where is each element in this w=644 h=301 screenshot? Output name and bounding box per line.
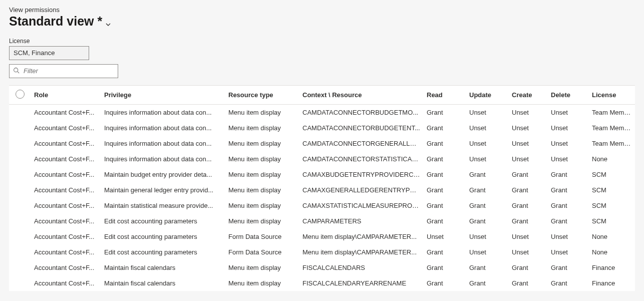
row-select-cell[interactable] — [9, 244, 31, 260]
table-row[interactable]: Accountant Cost+F...Inquires information… — [9, 136, 635, 151]
cell-create: Unset — [509, 244, 548, 260]
row-select-cell[interactable] — [9, 136, 31, 151]
table-row[interactable]: Accountant Cost+F...Maintain fiscal cale… — [9, 275, 635, 291]
row-select-cell[interactable] — [9, 275, 31, 291]
row-select-cell[interactable] — [9, 104, 31, 120]
cell-role: Accountant Cost+F... — [31, 213, 101, 229]
cell-update: Grant — [466, 198, 509, 213]
cell-context-resource: CAMDATACONNECTORBUDGETENT... — [299, 120, 424, 136]
cell-update: Grant — [466, 275, 509, 291]
cell-role: Accountant Cost+F... — [31, 167, 101, 182]
cell-resource-type: Menu item display — [225, 213, 299, 229]
cell-read: Grant — [424, 244, 466, 260]
col-header-update[interactable]: Update — [466, 86, 509, 105]
cell-update: Unset — [466, 136, 509, 151]
cell-read: Grant — [424, 275, 466, 291]
cell-create: Unset — [509, 229, 548, 244]
cell-update: Grant — [466, 260, 509, 275]
table-row[interactable]: Accountant Cost+F...Edit cost accounting… — [9, 229, 635, 244]
cell-context-resource: CAMDATACONNECTORBUDGETMO... — [299, 104, 424, 120]
cell-privilege: Edit cost accounting parameters — [101, 213, 225, 229]
table-row[interactable]: Accountant Cost+F...Edit cost accounting… — [9, 213, 635, 229]
cell-update: Grant — [466, 167, 509, 182]
col-header-license[interactable]: License — [589, 86, 635, 105]
cell-role: Accountant Cost+F... — [31, 198, 101, 213]
row-select-cell[interactable] — [9, 151, 31, 167]
cell-context-resource: CAMDATACONNECTORSTATISTICAL... — [299, 151, 424, 167]
cell-role: Accountant Cost+F... — [31, 136, 101, 151]
view-selector[interactable]: Standard view * — [9, 15, 635, 29]
cell-role: Accountant Cost+F... — [31, 244, 101, 260]
cell-privilege: Inquires information about data con... — [101, 151, 225, 167]
cell-context-resource: CAMDATACONNECTORGENERALLED... — [299, 136, 424, 151]
col-header-delete[interactable]: Delete — [548, 86, 589, 105]
table-row[interactable]: Accountant Cost+F...Maintain statistical… — [9, 198, 635, 213]
cell-role: Accountant Cost+F... — [31, 182, 101, 198]
row-select-cell[interactable] — [9, 229, 31, 244]
cell-create: Grant — [509, 275, 548, 291]
cell-privilege: Inquires information about data con... — [101, 136, 225, 151]
cell-create: Grant — [509, 167, 548, 182]
col-header-create[interactable]: Create — [509, 86, 548, 105]
cell-license: SCM — [589, 198, 635, 213]
cell-resource-type: Form Data Source — [225, 244, 299, 260]
cell-update: Unset — [466, 244, 509, 260]
cell-context-resource: CAMAXSTATISTICALMEASUREPROVI... — [299, 198, 424, 213]
cell-read: Grant — [424, 167, 466, 182]
cell-license: Team Members — [589, 104, 635, 120]
table-row[interactable]: Accountant Cost+F...Maintain general led… — [9, 182, 635, 198]
cell-delete: Grant — [548, 198, 589, 213]
cell-delete: Unset — [548, 120, 589, 136]
cell-license: None — [589, 244, 635, 260]
row-select-cell[interactable] — [9, 120, 31, 136]
table-row[interactable]: Accountant Cost+F...Edit cost accounting… — [9, 244, 635, 260]
cell-context-resource: Menu item display\CAMPARAMETER... — [299, 244, 424, 260]
cell-role: Accountant Cost+F... — [31, 275, 101, 291]
cell-create: Grant — [509, 198, 548, 213]
select-all-header[interactable] — [9, 86, 31, 105]
cell-read: Grant — [424, 120, 466, 136]
cell-license: None — [589, 229, 635, 244]
cell-read: Grant — [424, 260, 466, 275]
col-header-privilege[interactable]: Privilege — [101, 86, 225, 105]
cell-license: Team Members — [589, 120, 635, 136]
cell-role: Accountant Cost+F... — [31, 104, 101, 120]
cell-resource-type: Menu item display — [225, 151, 299, 167]
col-header-role[interactable]: Role — [31, 86, 101, 105]
cell-create: Grant — [509, 213, 548, 229]
row-select-cell[interactable] — [9, 260, 31, 275]
row-select-cell[interactable] — [9, 213, 31, 229]
cell-read: Grant — [424, 198, 466, 213]
permissions-table: Role Privilege Resource type Context \ R… — [9, 85, 635, 291]
table-row[interactable]: Accountant Cost+F...Inquires information… — [9, 151, 635, 167]
col-header-resource-type[interactable]: Resource type — [225, 86, 299, 105]
cell-resource-type: Menu item display — [225, 104, 299, 120]
cell-update: Grant — [466, 182, 509, 198]
col-header-context-resource[interactable]: Context \ Resource — [299, 86, 424, 105]
table-row[interactable]: Accountant Cost+F...Inquires information… — [9, 120, 635, 136]
cell-update: Unset — [466, 151, 509, 167]
table-row[interactable]: Accountant Cost+F...Inquires information… — [9, 104, 635, 120]
cell-read: Grant — [424, 104, 466, 120]
cell-delete: Unset — [548, 229, 589, 244]
col-header-read[interactable]: Read — [424, 86, 466, 105]
cell-resource-type: Menu item display — [225, 182, 299, 198]
license-input[interactable] — [9, 46, 89, 60]
cell-privilege: Maintain statistical measure provide... — [101, 198, 225, 213]
filter-input[interactable] — [9, 64, 118, 78]
circle-check-icon[interactable] — [16, 90, 25, 99]
cell-resource-type: Menu item display — [225, 275, 299, 291]
row-select-cell[interactable] — [9, 198, 31, 213]
cell-create: Unset — [509, 120, 548, 136]
cell-license: SCM — [589, 167, 635, 182]
table-row[interactable]: Accountant Cost+F...Maintain fiscal cale… — [9, 260, 635, 275]
row-select-cell[interactable] — [9, 182, 31, 198]
cell-privilege: Edit cost accounting parameters — [101, 229, 225, 244]
cell-update: Grant — [466, 213, 509, 229]
row-select-cell[interactable] — [9, 167, 31, 182]
cell-privilege: Inquires information about data con... — [101, 104, 225, 120]
cell-create: Unset — [509, 136, 548, 151]
cell-license: Team Members — [589, 136, 635, 151]
cell-create: Unset — [509, 151, 548, 167]
table-row[interactable]: Accountant Cost+F...Maintain budget entr… — [9, 167, 635, 182]
